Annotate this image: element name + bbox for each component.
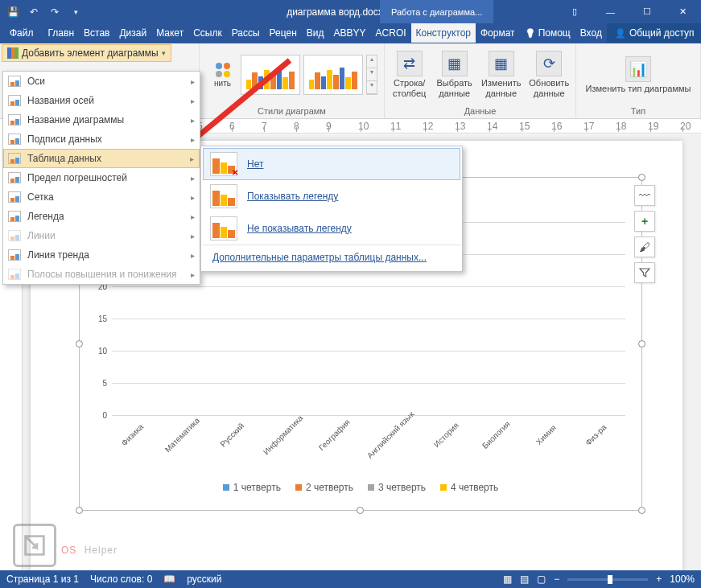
tab-file[interactable]: Файл xyxy=(0,23,43,43)
minimize-icon[interactable]: — xyxy=(592,0,629,23)
print-layout-icon[interactable]: ▤ xyxy=(520,574,529,585)
undo-icon[interactable]: ↶ xyxy=(24,2,43,22)
language[interactable]: русский xyxy=(187,574,221,585)
chart-styles-gallery[interactable]: ▴▾▾ xyxy=(241,55,377,95)
change-colors-button[interactable]: нить xyxy=(207,55,239,95)
switch-rowcol-icon: ⇄ xyxy=(397,51,423,76)
redo-icon[interactable]: ↷ xyxy=(45,2,64,22)
chart-elements-flyout-button[interactable]: 〰 xyxy=(634,185,655,206)
refresh-icon: ⟳ xyxy=(536,51,562,76)
refresh-data-button[interactable]: ⟳Обновить данные xyxy=(526,49,572,100)
chart-styles-flyout-button[interactable]: + xyxy=(634,211,655,232)
menu-data-labels[interactable]: Подписи данных xyxy=(3,130,200,149)
edit-data-icon: ▦ xyxy=(489,51,514,76)
group-label-data: Данные xyxy=(388,105,572,118)
tab-format[interactable]: Формат xyxy=(476,23,520,43)
chart-filter-flyout-button[interactable] xyxy=(634,262,655,283)
chart-tools-context: Работа с диаграмма... xyxy=(380,0,493,23)
web-layout-icon[interactable]: ▢ xyxy=(537,574,546,585)
more-data-table-options[interactable]: Дополнительные параметры таблицы данных.… xyxy=(203,245,460,269)
tab-view[interactable]: Вид xyxy=(302,23,329,43)
status-bar: Страница 1 из 1 Число слов: 0 📖 русский … xyxy=(0,570,701,588)
watermark: OS Helper xyxy=(13,524,118,567)
zoom-level[interactable]: 100% xyxy=(670,574,695,585)
chart-legend[interactable]: 1 четверть2 четверть3 четверть4 четверть xyxy=(80,482,641,493)
menu-lines: Линии xyxy=(3,226,200,245)
group-label-styles: Стили диаграмм xyxy=(203,105,381,118)
tab-home[interactable]: Главн xyxy=(43,23,80,43)
option-no-legend-keys[interactable]: Не показывать легенду xyxy=(203,212,460,245)
add-element-dropdown: Оси Названия осей Название диаграммы Под… xyxy=(2,71,200,285)
menu-updown-bars: Полосы повышения и понижения xyxy=(3,265,200,284)
tab-insert[interactable]: Встав xyxy=(79,23,114,43)
page-count[interactable]: Страница 1 из 1 xyxy=(6,574,79,585)
zoom-slider[interactable] xyxy=(567,578,648,581)
close-icon[interactable]: ✕ xyxy=(665,0,701,23)
tab-abbyy[interactable]: ABBYY xyxy=(329,23,371,43)
tab-constructor[interactable]: Конструктор xyxy=(411,23,476,43)
qat-customize-icon[interactable]: ▾ xyxy=(66,2,85,22)
x-axis-labels: ФизикаМатематикаРусскийИнформатикаГеогра… xyxy=(112,419,625,428)
group-label-type: Тип xyxy=(579,105,697,118)
tell-me[interactable]: Помощ xyxy=(520,23,575,43)
spellcheck-icon[interactable]: 📖 xyxy=(163,574,175,585)
chart-filters-flyout-button[interactable]: 🖌 xyxy=(634,236,655,257)
zoom-in-icon[interactable]: + xyxy=(656,574,662,585)
share-button[interactable]: Общий доступ xyxy=(607,23,701,43)
menu-chart-title[interactable]: Название диаграммы xyxy=(3,110,200,130)
tab-acrobat[interactable]: ACROI xyxy=(371,23,411,43)
word-count[interactable]: Число слов: 0 xyxy=(90,574,152,585)
edit-data-button[interactable]: ▦Изменить данные xyxy=(478,49,524,100)
read-mode-icon[interactable]: ▦ xyxy=(503,574,512,585)
menu-legend[interactable]: Легенда xyxy=(3,207,200,226)
data-table-submenu: Нет Показывать легенду Не показывать лег… xyxy=(200,146,463,272)
ribbon-options-icon[interactable]: ▯ xyxy=(556,0,592,23)
tab-review[interactable]: Рецен xyxy=(265,23,302,43)
titlebar: 💾 ↶ ↷ ▾ диаграмма ворд.docx - Word Работ… xyxy=(0,0,701,23)
chart-element-icon xyxy=(7,47,19,59)
menu-gridlines[interactable]: Сетка xyxy=(3,187,200,207)
select-data-button[interactable]: ▦Выбрать данные xyxy=(432,49,476,100)
select-data-icon: ▦ xyxy=(442,51,468,76)
ribbon-tabs: Файл Главн Встав Дизай Макет Ссылк Рассы… xyxy=(0,23,701,43)
switch-row-column-button[interactable]: ⇄Строка/ столбец xyxy=(388,49,431,100)
change-type-icon: 📊 xyxy=(625,56,651,82)
menu-axis-titles[interactable]: Названия осей xyxy=(3,91,200,110)
tab-mailings[interactable]: Рассы xyxy=(227,23,265,43)
tab-layout[interactable]: Макет xyxy=(151,23,188,43)
tab-design[interactable]: Дизай xyxy=(114,23,151,43)
menu-error-bars[interactable]: Предел погрешностей xyxy=(3,168,200,187)
option-none[interactable]: Нет xyxy=(203,148,460,180)
add-chart-element-button[interactable]: Добавить элемент диаграммы xyxy=(2,44,171,62)
menu-axes[interactable]: Оси xyxy=(3,72,200,91)
zoom-out-icon[interactable]: − xyxy=(554,574,559,585)
menu-trendline[interactable]: Линия тренда xyxy=(3,245,200,265)
maximize-icon[interactable]: ☐ xyxy=(629,0,665,23)
sign-in[interactable]: Вход xyxy=(575,23,607,43)
option-show-legend-keys[interactable]: Показывать легенду xyxy=(203,180,460,212)
change-chart-type-button[interactable]: 📊Изменить тип диаграммы xyxy=(583,55,695,96)
menu-data-table[interactable]: Таблица данных xyxy=(3,149,200,168)
save-icon[interactable]: 💾 xyxy=(3,2,23,22)
tab-references[interactable]: Ссылк xyxy=(188,23,227,43)
